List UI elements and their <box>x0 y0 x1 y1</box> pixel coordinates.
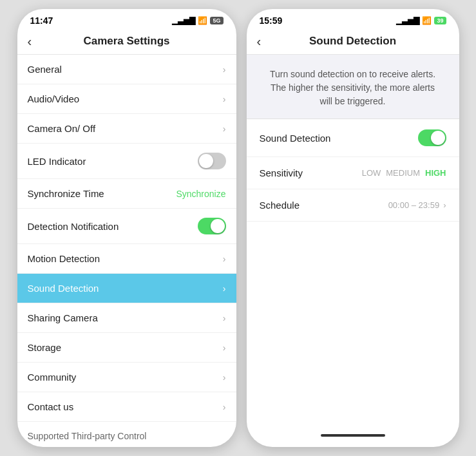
sound-detection-toggle[interactable] <box>418 129 446 146</box>
left-time: 11:47 <box>30 15 53 26</box>
sharing-camera-chevron: › <box>223 313 226 323</box>
audio-video-chevron: › <box>223 94 226 104</box>
menu-item-led[interactable]: LED Indicator <box>17 144 236 179</box>
camera-onoff-chevron: › <box>223 124 226 134</box>
third-party-section: Supported Third-party Control Amazon Ale… <box>17 422 236 447</box>
sensitivity-row-label: Sensitivity <box>260 167 303 178</box>
community-chevron: › <box>223 372 226 383</box>
left-phone: 11:47 ▁▃▅▇ 📶 5G ‹ Camera Settings Genera… <box>17 9 236 447</box>
right-wifi-icon: 📶 <box>422 16 432 25</box>
sync-time-label: Synchronize Time <box>28 188 104 199</box>
sound-detection-chevron: › <box>223 283 226 294</box>
schedule-right: 00:00 – 23:59 › <box>388 200 446 210</box>
left-battery: 5G <box>210 17 223 24</box>
sound-detection-description: Turn sound detection on to receive alert… <box>247 55 459 119</box>
sharing-camera-label: Sharing Camera <box>28 312 98 323</box>
menu-item-storage[interactable]: Storage › <box>17 333 236 363</box>
camera-onoff-label: Camera On/ Off <box>28 123 96 134</box>
menu-item-sync-time[interactable]: Synchronize Time Synchronize <box>17 179 236 209</box>
left-signal-icon: ▁▃▅▇ <box>172 16 195 25</box>
sensitivity-row[interactable]: Sensitivity LOW MEDIUM HIGH <box>247 157 459 189</box>
detection-notification-label: Detection Notification <box>28 221 119 232</box>
right-battery: 39 <box>434 17 446 24</box>
menu-item-motion-detection[interactable]: Motion Detection › <box>17 244 236 274</box>
led-toggle[interactable] <box>198 153 226 169</box>
sync-link[interactable]: Synchronize <box>176 189 225 199</box>
sound-detection-label: Sound Detection <box>28 283 99 294</box>
schedule-row-label: Schedule <box>260 200 300 211</box>
audio-video-label: Audio/Video <box>28 93 80 104</box>
sensitivity-low[interactable]: LOW <box>362 168 381 178</box>
detection-notification-toggle[interactable] <box>198 218 226 234</box>
schedule-row[interactable]: Schedule 00:00 – 23:59 › <box>247 189 459 222</box>
detection-notification-knob <box>211 219 225 233</box>
description-text: Turn sound detection on to receive alert… <box>270 69 435 106</box>
sound-detection-settings: Sound Detection Sensitivity LOW MEDIUM H… <box>247 119 459 222</box>
menu-item-camera-onoff[interactable]: Camera On/ Off › <box>17 114 236 144</box>
menu-item-community[interactable]: Community › <box>17 363 236 392</box>
right-signal-icon: ▁▃▅▇ <box>396 16 419 25</box>
menu-item-contact-us[interactable]: Contact us › <box>17 392 236 422</box>
schedule-value: 00:00 – 23:59 <box>388 200 440 210</box>
home-indicator <box>321 434 385 437</box>
storage-label: Storage <box>28 342 62 353</box>
right-back-button[interactable]: ‹ <box>257 34 262 49</box>
left-nav-title: Camera Settings <box>83 35 169 48</box>
left-menu-list: General › Audio/Video › Camera On/ Off ›… <box>17 55 236 422</box>
general-label: General <box>28 64 62 75</box>
menu-item-audio-video[interactable]: Audio/Video › <box>17 84 236 114</box>
left-status-bar: 11:47 ▁▃▅▇ 📶 5G <box>17 9 236 28</box>
right-time: 15:59 <box>260 15 283 26</box>
sensitivity-high[interactable]: HIGH <box>425 168 446 178</box>
menu-item-sound-detection[interactable]: Sound Detection › <box>17 274 236 303</box>
left-wifi-icon: 📶 <box>198 16 207 25</box>
menu-item-detection-notification[interactable]: Detection Notification <box>17 209 236 244</box>
left-nav-header: ‹ Camera Settings <box>17 28 236 55</box>
menu-item-general[interactable]: General › <box>17 55 236 84</box>
community-label: Community <box>28 372 77 383</box>
left-status-icons: ▁▃▅▇ 📶 5G <box>172 16 223 25</box>
contact-us-chevron: › <box>223 402 226 412</box>
right-phone: 15:59 ▁▃▅▇ 📶 39 ‹ Sound Detection Turn s… <box>247 9 459 447</box>
right-nav-header: ‹ Sound Detection <box>247 28 459 55</box>
led-label: LED Indicator <box>28 156 86 167</box>
motion-detection-chevron: › <box>223 254 226 264</box>
sound-detection-knob <box>431 131 445 145</box>
motion-detection-label: Motion Detection <box>28 253 100 264</box>
right-nav-title: Sound Detection <box>309 35 396 48</box>
menu-item-sharing-camera[interactable]: Sharing Camera › <box>17 303 236 333</box>
third-party-title: Supported Third-party Control <box>28 431 226 441</box>
led-toggle-knob <box>199 154 213 168</box>
right-status-bar: 15:59 ▁▃▅▇ 📶 39 <box>247 9 459 28</box>
left-back-button[interactable]: ‹ <box>28 34 32 49</box>
sensitivity-medium[interactable]: MEDIUM <box>386 168 420 178</box>
schedule-chevron: › <box>443 200 446 210</box>
right-status-icons: ▁▃▅▇ 📶 39 <box>396 16 446 25</box>
contact-us-label: Contact us <box>28 401 74 412</box>
sensitivity-group: LOW MEDIUM HIGH <box>362 168 446 178</box>
sound-detection-row[interactable]: Sound Detection <box>247 119 459 157</box>
sound-detection-row-label: Sound Detection <box>260 133 331 144</box>
storage-chevron: › <box>223 343 226 353</box>
general-chevron: › <box>223 64 226 75</box>
